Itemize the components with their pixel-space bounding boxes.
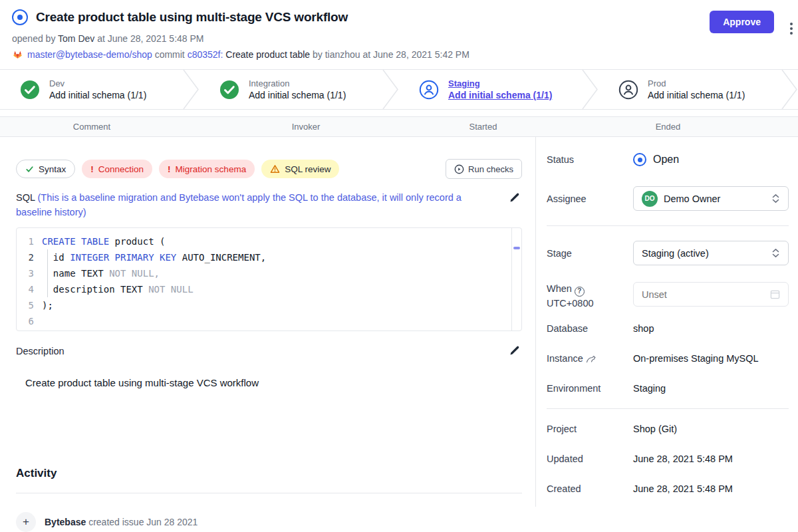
column-comment: Comment [0, 122, 184, 132]
vcs-commit-line: master@bytebase-demo/shop commit c80352f… [12, 49, 786, 60]
code-line: 1 CREATE TABLE product ( [17, 233, 521, 249]
status-value: Open [653, 154, 679, 166]
badge-label: SQL review [285, 164, 331, 174]
commit-hash-link[interactable]: c80352f: [188, 49, 223, 60]
opened-prefix: opened by [12, 33, 55, 44]
column-ended: Ended [538, 122, 798, 132]
code-line: 3 name TEXT NOT NULL, [17, 265, 521, 281]
created-label: Created [547, 483, 633, 494]
opened-user: Tom Dev [58, 33, 94, 44]
environment-value[interactable]: Staging [633, 383, 666, 394]
issue-sidebar: Status Open Assignee DO Demo Owner Stage… [535, 137, 798, 507]
stage-done-check-icon [219, 80, 239, 100]
created-row: Created June 28, 2021 5:48 PM [547, 483, 789, 494]
project-value[interactable]: Shop (Git) [633, 424, 677, 434]
code-line: 5 ); [17, 297, 521, 313]
database-value[interactable]: shop [633, 323, 654, 334]
pencil-icon [509, 192, 521, 203]
instance-value[interactable]: On-premises Staging MySQL [633, 353, 759, 364]
activity-actor: Bytebase [45, 517, 86, 527]
when-date-input-wrap [633, 282, 789, 307]
warning-triangle-icon [270, 164, 280, 174]
calendar-icon [770, 289, 780, 299]
assignee-row: Assignee DO Demo Owner [547, 186, 789, 211]
badge-label: Migration schema [176, 164, 247, 174]
more-actions-button[interactable] [790, 23, 793, 35]
description-text: Create product table using multi-stage V… [25, 377, 522, 388]
when-label-text: When [547, 283, 572, 294]
stage-select-value: Staging (active) [642, 248, 765, 259]
instance-label-text: Instance [547, 353, 583, 364]
column-started: Started [428, 122, 538, 132]
sidebar-divider [547, 408, 789, 409]
when-date-input[interactable] [642, 289, 770, 300]
stage-separator [781, 70, 798, 109]
stage-row: Stage Staging (active) [547, 241, 789, 265]
stage-separator [382, 70, 399, 109]
database-row: Database shop [547, 323, 789, 334]
opened-timestamp: at June 28, 2021 5:48 PM [97, 33, 203, 44]
stage-task[interactable]: Add initial schema (1/1) [49, 90, 146, 100]
line-number: 2 [17, 249, 42, 265]
plus-icon: + [16, 512, 36, 532]
sql-baseline-note: (This is a baseline migration and Byteba… [16, 192, 462, 217]
commit-message: Create product table [225, 49, 310, 60]
stage-separator [581, 70, 598, 109]
when-timezone: UTC+0800 [547, 298, 594, 309]
badge-label: Connection [98, 164, 144, 174]
environment-row: Environment Staging [547, 383, 789, 394]
error-bang-icon: ! [168, 164, 171, 174]
sql-code-editor[interactable]: 1 CREATE TABLE product ( 2 id INTEGER PR… [16, 227, 522, 331]
sql-keyword: INTEGER PRIMARY KEY [70, 252, 176, 263]
help-question-icon[interactable]: ? [575, 287, 585, 297]
branch-repo-link[interactable]: master@bytebase-demo/shop [27, 49, 152, 60]
activity-heading: Activity [16, 467, 522, 480]
run-checks-button[interactable]: Run checks [446, 159, 522, 179]
instance-label: Instance [547, 353, 633, 364]
mysql-dolphin-icon [586, 355, 596, 363]
sql-text: name TEXT [42, 268, 109, 279]
stage-done-check-icon [20, 80, 40, 100]
assignee-select[interactable]: DO Demo Owner [633, 186, 789, 211]
database-label: Database [547, 323, 633, 334]
line-number: 3 [17, 265, 42, 281]
stage-task[interactable]: Add initial schema (1/1) [648, 90, 745, 100]
stage-integration[interactable]: Integration Add initial schema (1/1) [200, 70, 382, 109]
code-scrollbar-thumb[interactable] [513, 247, 520, 249]
description-label: Description [16, 346, 65, 356]
stage-dev[interactable]: Dev Add initial schema (1/1) [0, 70, 182, 109]
stage-prod[interactable]: Prod Add initial schema (1/1) [598, 70, 781, 109]
instance-row: Instance On-premises Staging MySQL [547, 353, 789, 364]
activity-action-text: created issue Jun 28 2021 [88, 517, 198, 527]
line-number: 5 [17, 297, 42, 313]
stage-task[interactable]: Add initial schema (1/1) [249, 90, 346, 100]
stage-staging-active[interactable]: Staging Add initial schema (1/1) [399, 70, 581, 109]
opened-by-line: opened by Tom Dev at June 28, 2021 5:48 … [12, 33, 786, 44]
check-badge-sql-review[interactable]: SQL review [261, 160, 339, 178]
code-line: 6 [17, 313, 521, 329]
check-badge-connection[interactable]: ! Connection [82, 160, 152, 178]
chevron-up-down-icon [771, 248, 780, 258]
edit-sql-button[interactable] [507, 190, 522, 206]
updated-value: June 28, 2021 5:48 PM [633, 454, 733, 464]
approve-button[interactable]: Approve [710, 11, 774, 33]
check-icon [25, 165, 34, 174]
stage-select[interactable]: Staging (active) [633, 241, 789, 265]
chevron-up-down-icon [771, 194, 780, 203]
environment-label: Environment [547, 383, 633, 394]
created-value: June 28, 2021 5:48 PM [633, 483, 733, 494]
stage-name: Integration [249, 78, 346, 88]
code-scrollbar[interactable] [511, 228, 521, 331]
edit-description-button[interactable] [507, 343, 522, 359]
when-label: When? UTC+0800 [547, 282, 633, 310]
project-label: Project [547, 424, 633, 434]
assignee-avatar: DO [642, 191, 658, 207]
when-row: When? UTC+0800 [547, 282, 789, 310]
stage-task[interactable]: Add initial schema (1/1) [448, 90, 552, 100]
check-badge-syntax[interactable]: Syntax [16, 160, 75, 178]
stage-assignee-person-icon [419, 80, 439, 100]
updated-row: Updated June 28, 2021 5:48 PM [547, 454, 789, 464]
play-circle-icon [454, 164, 464, 174]
check-badge-migration-schema[interactable]: ! Migration schema [159, 160, 255, 178]
pencil-icon [509, 344, 521, 356]
